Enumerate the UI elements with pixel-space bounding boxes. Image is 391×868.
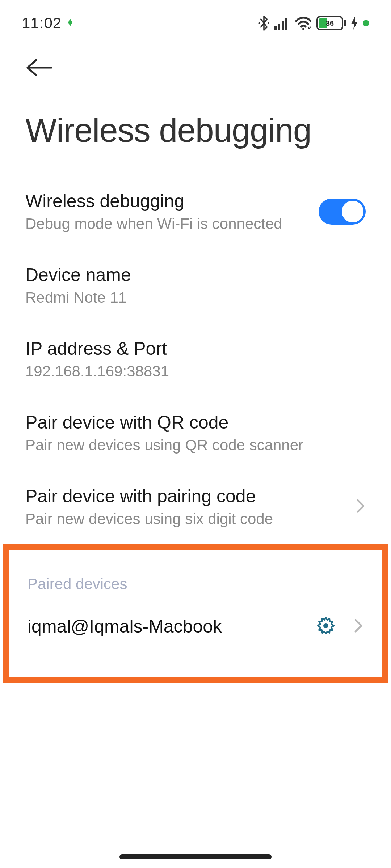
svg-point-1 [268,22,269,24]
row-title: Wireless debugging [25,191,319,212]
svg-point-0 [258,22,260,24]
screen: 11:02 36 [0,0,391,868]
gear-icon[interactable] [316,616,335,637]
content: Wireless debugging Debug mode when Wi-Fi… [0,160,391,683]
chevron-right-icon [353,618,363,635]
download-indicator-icon [67,19,74,27]
battery-percent: 36 [318,19,342,27]
row-title: Pair device with pairing code [25,486,348,507]
row-subtitle: Pair new devices using QR code scanner [25,437,366,454]
paired-device-name: iqmal@Iqmals-Macbook [28,616,316,637]
home-indicator[interactable] [119,854,272,859]
svg-rect-2 [274,26,277,30]
row-ip-port[interactable]: IP address & Port 192.168.1.169:38831 [0,322,391,396]
charging-icon [350,16,358,30]
row-pair-code[interactable]: Pair device with pairing code Pair new d… [0,470,391,544]
back-button[interactable] [25,72,54,78]
bluetooth-icon [258,15,270,31]
row-pair-qr[interactable]: Pair device with QR code Pair new device… [0,396,391,470]
paired-device-item[interactable]: iqmal@Iqmals-Macbook [28,609,363,644]
svg-rect-3 [278,24,280,30]
svg-point-7 [323,623,328,628]
svg-rect-5 [285,18,287,30]
status-time: 11:02 [22,14,62,32]
chevron-right-icon [356,498,366,515]
row-title: IP address & Port [25,338,366,359]
row-title: Device name [25,264,366,285]
row-value: Redmi Note 11 [25,289,366,306]
cellular-signal-icon [274,17,290,30]
battery-icon: 36 [316,16,346,30]
paired-devices-label: Paired devices [28,561,363,609]
status-right: 36 [258,15,369,31]
wifi-icon [295,16,312,30]
row-device-name[interactable]: Device name Redmi Note 11 [0,248,391,322]
status-bar: 11:02 36 [0,0,391,36]
appbar [0,36,391,79]
paired-devices-section-highlight: Paired devices iqmal@Iqmals-Macbook [3,544,388,683]
wireless-debugging-toggle[interactable] [319,199,366,225]
row-title: Pair device with QR code [25,412,366,433]
row-subtitle: Debug mode when Wi-Fi is connected [25,215,319,233]
page-title: Wireless debugging [0,79,391,160]
row-wireless-debugging[interactable]: Wireless debugging Debug mode when Wi-Fi… [0,175,391,248]
navigation-bar[interactable] [0,854,391,859]
row-value: 192.168.1.169:38831 [25,363,366,380]
svg-point-6 [302,28,304,30]
privacy-indicator-icon [363,20,369,26]
svg-rect-4 [282,21,284,30]
row-subtitle: Pair new devices using six digit code [25,510,348,528]
status-left: 11:02 [22,14,74,32]
